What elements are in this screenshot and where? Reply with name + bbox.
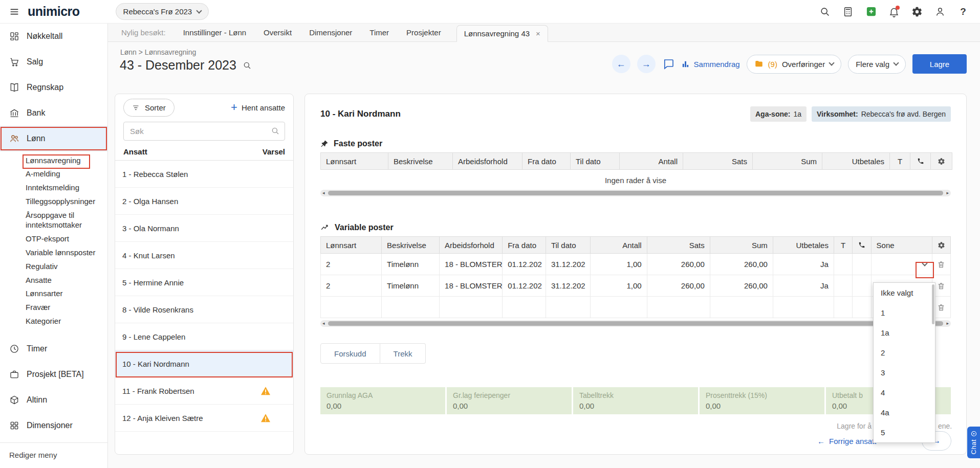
dropdown-option-2[interactable]: 2 xyxy=(874,343,935,363)
hamburger-menu-icon[interactable] xyxy=(4,2,25,22)
breadcrumb[interactable]: Lønn > Lønnsavregning xyxy=(120,48,196,56)
cell-til-dato[interactable] xyxy=(546,297,590,318)
employee-list-item[interactable]: 5 - Hermine Annie xyxy=(115,269,293,296)
recent-link-oversikt[interactable]: Oversikt xyxy=(264,28,292,37)
recent-link-prosjekter[interactable]: Prosjekter xyxy=(406,28,441,37)
scroll-right-icon[interactable]: ▸ xyxy=(946,321,949,326)
search-icon[interactable] xyxy=(271,126,280,136)
submenu-item-otp-eksport[interactable]: OTP-eksport xyxy=(0,232,107,246)
cell-utbetales[interactable]: Ja xyxy=(773,275,834,297)
cell-lonnsart[interactable] xyxy=(321,297,382,318)
sidebar-item-altinn[interactable]: Altinn xyxy=(0,387,107,413)
employee-list-item[interactable]: 12 - Anja Kleiven Sætre xyxy=(115,405,293,432)
scrollbar-thumb[interactable] xyxy=(328,191,943,195)
submenu-item-variable-lonnsposter[interactable]: Variable lønnsposter xyxy=(0,246,107,260)
cell-til-dato[interactable]: 31.12.202 xyxy=(546,275,590,297)
company-selector[interactable]: Rebecca's Frø 2023 xyxy=(116,3,209,20)
delete-row-icon[interactable] xyxy=(932,254,950,275)
tab-forskudd[interactable]: Forskudd xyxy=(320,343,380,364)
dropdown-scrollbar[interactable] xyxy=(932,284,934,324)
employee-list-item[interactable]: 3 - Ola Normann xyxy=(115,215,293,242)
submenu-item-regulativ[interactable]: Regulativ xyxy=(0,259,107,273)
title-search-icon[interactable] xyxy=(243,61,252,70)
cell-utbetales[interactable] xyxy=(773,297,834,318)
scroll-left-icon[interactable]: ◂ xyxy=(322,190,325,195)
dropdown-option-1a[interactable]: 1a xyxy=(874,323,935,343)
scroll-right-icon[interactable]: ▸ xyxy=(946,190,949,195)
cell-til-dato[interactable]: 31.12.202 xyxy=(546,254,590,275)
cell-phone[interactable] xyxy=(853,297,871,318)
scroll-left-icon[interactable]: ◂ xyxy=(322,321,325,326)
chat-button[interactable]: Chat xyxy=(967,427,980,458)
cell-sum[interactable]: 260,00 xyxy=(710,254,773,275)
employee-list-item[interactable]: 1 - Rebecca Stølen xyxy=(115,161,293,188)
sidebar-item-regnskap[interactable]: Regnskap xyxy=(0,75,107,100)
employee-list-item[interactable]: 9 - Lene Cappelen xyxy=(115,323,293,350)
cell-phone[interactable] xyxy=(853,275,871,297)
submenu-item-lonnsavregning[interactable]: Lønnsavregning xyxy=(0,153,107,167)
user-icon[interactable] xyxy=(930,2,950,21)
overforinger-dropdown[interactable]: (9) Overføringer xyxy=(747,55,842,74)
save-button[interactable]: Lagre xyxy=(912,54,967,74)
sidebar-item-salg[interactable]: Salg xyxy=(0,49,107,75)
employee-list-item[interactable]: 8 - Vilde Rosenkrans xyxy=(115,296,293,323)
sone-select[interactable] xyxy=(872,257,932,272)
cell-sum[interactable]: 260,00 xyxy=(710,275,773,297)
horizontal-scrollbar[interactable]: ◂▸ xyxy=(320,320,951,327)
sidebar-item-lonn[interactable]: Lønn xyxy=(0,126,107,151)
cell-lonnsart[interactable]: 2 xyxy=(321,275,382,297)
tab-trekk[interactable]: Trekk xyxy=(380,343,426,364)
calculator-icon[interactable] xyxy=(838,2,858,21)
notification-bell-icon[interactable] xyxy=(884,2,904,21)
cell-lonnsart[interactable]: 2 xyxy=(321,254,382,275)
previous-employee-button[interactable]: ← Forrige ansatt xyxy=(817,431,877,451)
sidebar-item-timer[interactable]: Timer xyxy=(0,336,107,362)
dropdown-option-4a[interactable]: 4a xyxy=(874,403,935,422)
submenu-item-kategorier[interactable]: Kategorier xyxy=(0,315,107,328)
dropdown-option-ikke-valgt[interactable]: Ikke valgt xyxy=(874,283,935,303)
dropdown-option-5[interactable]: 5 xyxy=(874,422,935,442)
employee-list-item[interactable]: 11 - Frank Robertsen xyxy=(115,377,293,405)
recent-link-timer[interactable]: Timer xyxy=(369,28,389,37)
employee-list-item[interactable]: 2 - Olga Hansen xyxy=(115,188,293,215)
submenu-item-arsoppgave[interactable]: Årsoppgave til inntektsmottaker xyxy=(0,208,107,232)
cell-t[interactable] xyxy=(834,275,852,297)
cell-arbeidsforhold[interactable]: 18 - BLOMSTER xyxy=(440,254,503,275)
recent-link-innstillinger[interactable]: Innstillinger - Lønn xyxy=(183,28,246,37)
settings-gear-icon[interactable] xyxy=(907,2,927,21)
cell-sats[interactable]: 260,00 xyxy=(647,254,710,275)
sidebar-item-nokkeltall[interactable]: Nøkkeltall xyxy=(0,24,107,49)
cell-fra-dato[interactable]: 01.12.202 xyxy=(503,254,546,275)
cell-sats[interactable] xyxy=(647,297,710,318)
search-icon[interactable] xyxy=(815,2,835,21)
cell-beskrivelse[interactable] xyxy=(382,297,440,318)
submenu-item-a-melding[interactable]: A-melding xyxy=(0,167,107,181)
cell-fra-dato[interactable] xyxy=(503,297,546,318)
cell-beskrivelse[interactable]: Timelønn xyxy=(382,254,440,275)
sammendrag-button[interactable]: Sammendrag xyxy=(681,60,740,69)
help-icon[interactable]: ? xyxy=(953,2,973,21)
recent-link-dimensjoner[interactable]: Dimensjoner xyxy=(309,28,352,37)
table-settings-icon[interactable] xyxy=(931,153,952,170)
horizontal-scrollbar[interactable]: ◂▸ xyxy=(320,190,951,196)
dropdown-option-1[interactable]: 1 xyxy=(874,303,935,323)
cell-arbeidsforhold[interactable] xyxy=(440,297,503,318)
cell-utbetales[interactable]: Ja xyxy=(773,254,834,275)
cell-beskrivelse[interactable]: Timelønn xyxy=(382,275,440,297)
sidebar-item-bank[interactable]: Bank xyxy=(0,100,107,126)
employee-list-item-selected[interactable]: 10 - Kari Nordmann xyxy=(115,350,293,377)
flere-valg-dropdown[interactable]: Flere valg xyxy=(848,55,906,74)
submenu-item-tilleggsopplysninger[interactable]: Tilleggsopplysninger xyxy=(0,194,107,208)
next-payrun-button[interactable]: → xyxy=(637,55,656,73)
cell-antall[interactable] xyxy=(590,297,647,318)
hent-ansatte-button[interactable]: + Hent ansatte xyxy=(231,103,285,113)
cell-phone[interactable] xyxy=(853,254,871,275)
sidebar-item-prosjekt[interactable]: Prosjekt [BETA] xyxy=(0,362,107,387)
submenu-item-ansatte[interactable]: Ansatte xyxy=(0,273,107,287)
employee-list-item[interactable]: 4 - Knut Larsen xyxy=(115,242,293,269)
cell-antall[interactable]: 1,00 xyxy=(590,254,647,275)
cell-sats[interactable]: 260,00 xyxy=(647,275,710,297)
rediger-meny-button[interactable]: Rediger meny xyxy=(0,442,107,468)
sort-button[interactable]: Sorter xyxy=(123,99,175,117)
add-new-icon[interactable] xyxy=(861,2,881,21)
